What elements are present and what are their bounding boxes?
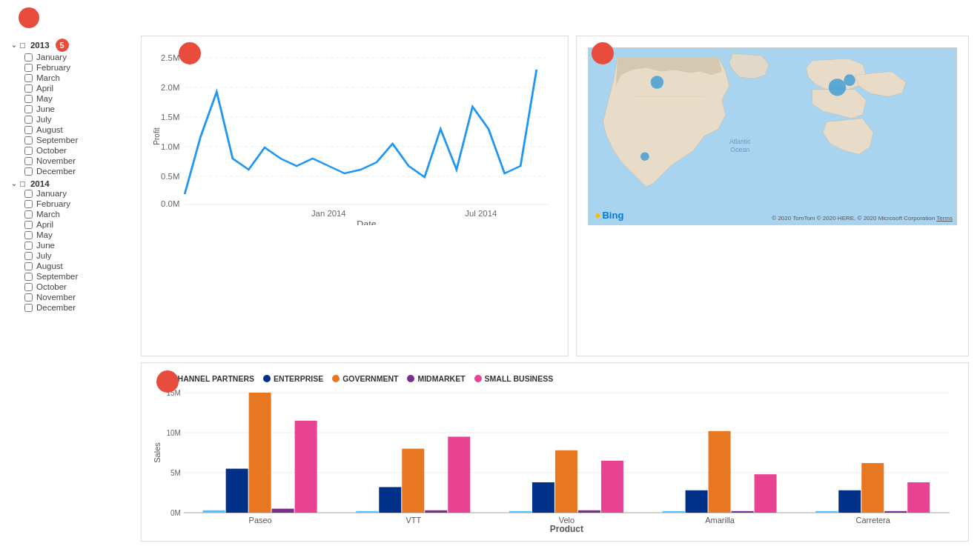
bar-rect[interactable] [356,511,378,513]
month-checkbox[interactable] [24,147,33,155]
month-item-june[interactable]: June [24,240,133,250]
year-header-2014[interactable]: ⌄ □ 2014 [11,179,133,188]
month-checkbox[interactable] [24,126,33,134]
tree-node-icon: □ [20,41,25,50]
bar-rect[interactable] [379,487,401,513]
month-label: August [36,262,63,270]
bar-rect[interactable] [884,511,907,513]
month-label: December [36,167,76,176]
month-checkbox[interactable] [24,210,33,219]
month-item-august[interactable]: August [24,261,133,271]
month-item-march[interactable]: March [24,73,133,83]
month-checkbox[interactable] [24,293,33,302]
legend-label: CHANNEL PARTNERS [172,374,254,383]
bar-rect[interactable] [509,511,532,513]
month-checkbox[interactable] [24,95,33,103]
bar-rect[interactable] [709,431,731,513]
map-container: Atlantic Ocean [588,47,957,225]
svg-text:5M: 5M [170,469,181,477]
bar-rect[interactable] [663,511,685,513]
svg-text:2.0M: 2.0M [161,84,179,92]
month-label: December [36,303,76,312]
month-item-october[interactable]: October [24,282,133,292]
bar-rect[interactable] [203,510,225,513]
month-label: September [36,272,78,281]
month-checkbox[interactable] [24,273,33,281]
profit-line [185,70,537,194]
month-label: June [36,241,55,250]
month-item-july[interactable]: July [24,250,133,261]
month-checkbox[interactable] [24,74,33,82]
month-item-august[interactable]: August [24,124,133,135]
bar-rect[interactable] [295,421,317,513]
month-checkbox[interactable] [24,262,33,270]
month-item-october[interactable]: October [24,145,133,156]
month-checkbox[interactable] [24,242,33,250]
month-item-december[interactable]: December [24,302,133,313]
bar-rect[interactable] [448,436,470,513]
month-item-january[interactable]: January [24,52,133,62]
bar-rect[interactable] [532,482,554,513]
month-checkbox[interactable] [24,84,33,93]
month-checkbox[interactable] [24,221,33,229]
legend-label: MIDMARKET [417,374,465,383]
month-item-july[interactable]: July [24,114,133,124]
month-item-february[interactable]: February [24,62,133,73]
bar-rect[interactable] [907,482,930,513]
bar-rect[interactable] [815,511,838,513]
month-label: March [36,210,60,219]
header [11,7,969,28]
month-checkbox[interactable] [24,252,33,260]
bar-rect[interactable] [402,449,424,513]
month-checkbox[interactable] [24,167,33,176]
profit-date-badge [179,42,201,64]
year-header-2013[interactable]: ⌄ □ 20135 [11,39,133,52]
top-row: 2.5M 2.0M 1.5M 1.0M 0.5M 0.0M Profit [141,36,969,356]
month-item-november[interactable]: November [24,292,133,302]
month-checkbox[interactable] [24,200,33,208]
month-item-march[interactable]: March [24,209,133,219]
month-label: April [36,84,53,93]
bar-rect[interactable] [686,490,708,513]
bar-rect[interactable] [555,450,577,513]
bar-rect[interactable] [578,510,600,513]
svg-text:0M: 0M [170,509,181,517]
legend-item-enterprise: ENTERPRISE [263,374,323,383]
month-item-february[interactable]: February [24,199,133,209]
month-checkbox[interactable] [24,190,33,198]
month-item-june[interactable]: June [24,104,133,114]
month-item-november[interactable]: November [24,156,133,166]
month-item-january[interactable]: January [24,188,133,199]
bar-rect[interactable] [425,510,447,513]
month-checkbox[interactable] [24,116,33,124]
month-item-september[interactable]: September [24,135,133,145]
month-item-may[interactable]: May [24,93,133,104]
month-item-april[interactable]: April [24,219,133,230]
bar-rect[interactable] [601,461,623,513]
bar-rect[interactable] [249,393,271,513]
month-item-september[interactable]: September [24,271,133,282]
month-checkbox[interactable] [24,304,33,312]
legend-dot [407,375,414,382]
bar-rect[interactable] [838,490,861,513]
month-item-april[interactable]: April [24,83,133,93]
month-item-may[interactable]: May [24,230,133,240]
bar-rect[interactable] [732,511,754,513]
month-checkbox[interactable] [24,53,33,61]
sales-svg: 15M10M5M0MSalesPaseoVTTVeloAmarillaCarre… [153,389,957,533]
month-checkbox[interactable] [24,231,33,239]
month-checkbox[interactable] [24,64,33,72]
month-label: March [36,73,60,82]
month-item-december[interactable]: December [24,166,133,176]
bing-text: Bing [602,210,623,221]
month-label: January [36,189,67,198]
map-svg: Atlantic Ocean [589,48,956,224]
month-checkbox[interactable] [24,105,33,113]
bar-rect[interactable] [272,509,294,513]
bar-rect[interactable] [755,474,777,513]
month-checkbox[interactable] [24,157,33,165]
bar-rect[interactable] [226,469,248,513]
bar-rect[interactable] [861,463,884,513]
month-checkbox[interactable] [24,283,33,291]
month-checkbox[interactable] [24,136,33,144]
